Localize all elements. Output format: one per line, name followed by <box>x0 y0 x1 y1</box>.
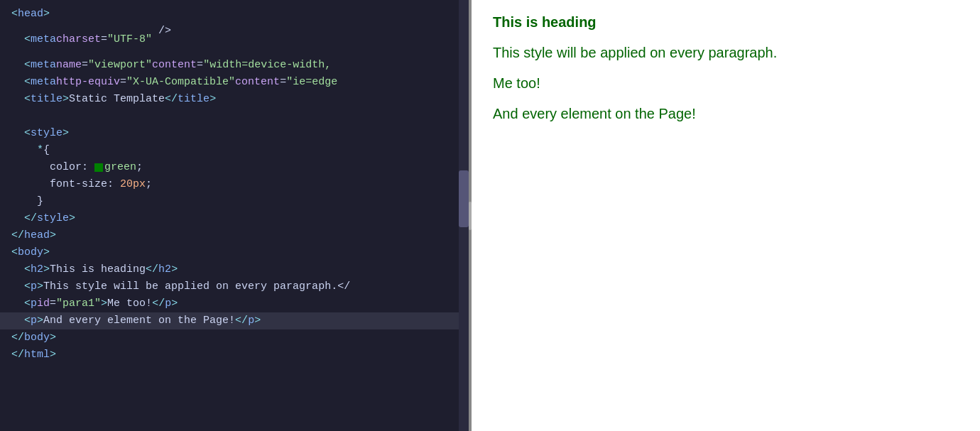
preview-panel: This is heading This style will be appli… <box>472 0 980 431</box>
preview-heading: This is heading <box>493 14 959 31</box>
code-line-20: </html> <box>0 347 469 364</box>
code-line-13: </head> <box>0 227 469 244</box>
preview-paragraph-1: This style will be applied on every para… <box>493 45 959 61</box>
code-line-19: </body> <box>0 329 469 347</box>
code-line-10: font-size: 20px; <box>0 176 469 193</box>
code-line-5: <title>Static Template</title> <box>0 91 469 108</box>
code-line-9: color: green; <box>0 159 469 176</box>
code-line-4: <meta http-equiv="X-UA-Compatible" conte… <box>0 74 469 91</box>
code-line-17: <p id="para1">Me too!</p> <box>0 295 469 312</box>
code-editor[interactable]: <head> <meta charset="UTF-8" /> <meta na… <box>0 0 469 431</box>
panel-divider[interactable] <box>469 0 472 431</box>
code-line-16: <p>This style will be applied on every p… <box>0 278 469 295</box>
code-line-8: * { <box>0 142 469 159</box>
code-line-12: </style> <box>0 210 469 227</box>
preview-paragraph-2: Me too! <box>493 75 959 92</box>
scrollbar-thumb[interactable] <box>459 170 469 227</box>
code-line-14: <body> <box>0 244 469 261</box>
preview-paragraph-3: And every element on the Page! <box>493 106 959 122</box>
code-line-18: <p>And every element on the Page!</p> <box>0 312 469 329</box>
code-line-15: <h2>This is heading</h2> <box>0 261 469 278</box>
divider-handle <box>469 202 472 230</box>
code-line-6 <box>0 108 469 125</box>
code-line-2: <meta charset="UTF-8" /> <box>0 23 469 57</box>
code-line-7: <style> <box>0 125 469 142</box>
code-line-1: <head> <box>0 6 469 23</box>
scrollbar-track[interactable] <box>459 0 469 431</box>
code-line-11: } <box>0 193 469 210</box>
code-line-3: <meta name="viewport" content="width=dev… <box>0 57 469 74</box>
